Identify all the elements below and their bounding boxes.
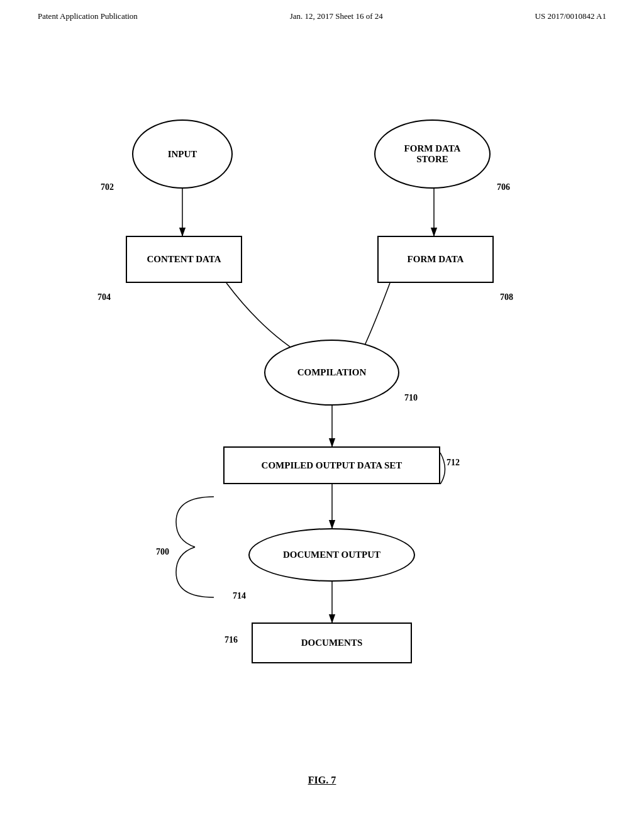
header-center: Jan. 12, 2017 Sheet 16 of 24 — [290, 11, 383, 21]
document-output-node: DOCUMENT OUTPUT — [248, 528, 415, 582]
page-header: Patent Application Publication Jan. 12, … — [0, 0, 644, 21]
connections-svg — [0, 50, 644, 805]
compiled-output-node: COMPILED OUTPUT DATA SET — [223, 446, 440, 484]
label-710: 710 — [404, 393, 418, 403]
diagram-area: INPUT 702 FORM DATA STORE 706 CONTENT DA… — [0, 50, 644, 805]
label-714: 714 — [233, 591, 246, 601]
bracket-712 — [437, 450, 456, 484]
compilation-node: COMPILATION — [264, 340, 399, 406]
figure-caption: FIG. 7 — [0, 775, 644, 786]
form-data-node: FORM DATA — [377, 236, 494, 283]
label-700: 700 — [156, 547, 169, 557]
form-data-store-node: FORM DATA STORE — [374, 119, 491, 189]
input-node: INPUT — [132, 119, 233, 189]
label-716: 716 — [225, 635, 238, 645]
label-704: 704 — [97, 292, 111, 302]
header-left: Patent Application Publication — [38, 11, 138, 21]
documents-node: DOCUMENTS — [252, 622, 412, 663]
label-702: 702 — [101, 182, 114, 192]
label-708: 708 — [500, 292, 513, 302]
header-right: US 2017/0010842 A1 — [535, 11, 606, 21]
label-706: 706 — [497, 182, 510, 192]
content-data-node: CONTENT DATA — [126, 236, 242, 283]
fig-caption-text: FIG. 7 — [308, 775, 336, 785]
